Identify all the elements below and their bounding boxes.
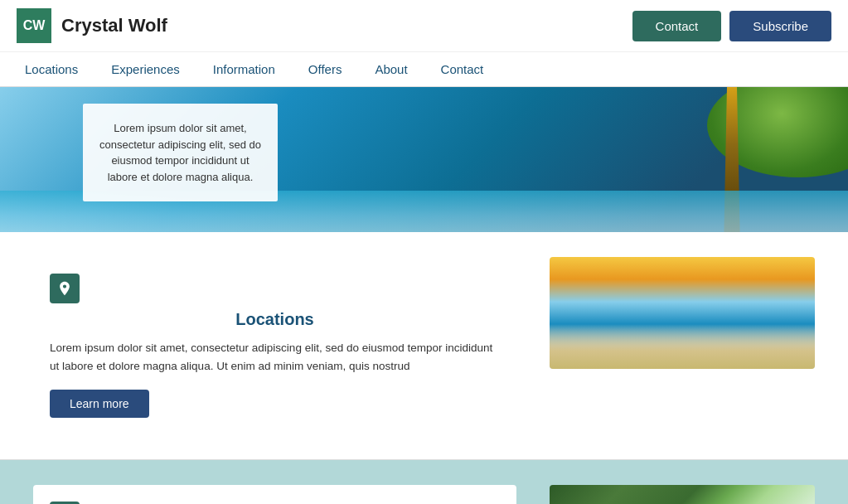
locations-section: Locations Lorem ipsum dolor sit amet, co… bbox=[0, 232, 848, 460]
hero-text-box: Lorem ipsum dolor sit amet, consectetur … bbox=[83, 104, 278, 201]
logo-initials: CW bbox=[23, 18, 46, 33]
nav-item-information[interactable]: Information bbox=[196, 52, 292, 86]
location-icon bbox=[50, 274, 80, 303]
nav-item-about[interactable]: About bbox=[358, 52, 424, 86]
subscribe-button[interactable]: Subscribe bbox=[729, 11, 831, 41]
hero-section: Lorem ipsum dolor sit amet, consectetur … bbox=[0, 87, 848, 232]
brand-name: Crystal Wolf bbox=[61, 15, 632, 36]
nav-item-experiences[interactable]: Experiences bbox=[94, 52, 196, 86]
nav-item-locations[interactable]: Locations bbox=[8, 52, 94, 86]
hero-text: Lorem ipsum dolor sit amet, consectetur … bbox=[98, 120, 263, 185]
locations-content-card: Locations Lorem ipsum dolor sit amet, co… bbox=[33, 257, 516, 434]
locations-body: Lorem ipsum dolor sit amet, consectetur … bbox=[50, 339, 500, 375]
locations-title: Locations bbox=[50, 310, 500, 329]
experiences-content-card: Experiences Lorem ipsum dolor sit amet, … bbox=[33, 485, 516, 504]
locations-learn-more-button[interactable]: Learn more bbox=[50, 390, 149, 418]
pin-icon bbox=[56, 280, 73, 297]
nav-item-offers[interactable]: Offers bbox=[292, 52, 359, 86]
main-nav: Locations Experiences Information Offers… bbox=[0, 52, 848, 87]
beach-image bbox=[550, 257, 815, 369]
contact-button[interactable]: Contact bbox=[632, 11, 722, 41]
experiences-section: Experiences Lorem ipsum dolor sit amet, … bbox=[0, 460, 848, 504]
nav-item-contact[interactable]: Contact bbox=[424, 52, 501, 86]
locations-image bbox=[550, 257, 815, 369]
experiences-image bbox=[550, 485, 815, 504]
header: CW Crystal Wolf Contact Subscribe bbox=[0, 0, 848, 52]
header-buttons: Contact Subscribe bbox=[632, 11, 831, 41]
waterfall-image bbox=[550, 485, 815, 504]
logo-box: CW bbox=[17, 8, 51, 43]
